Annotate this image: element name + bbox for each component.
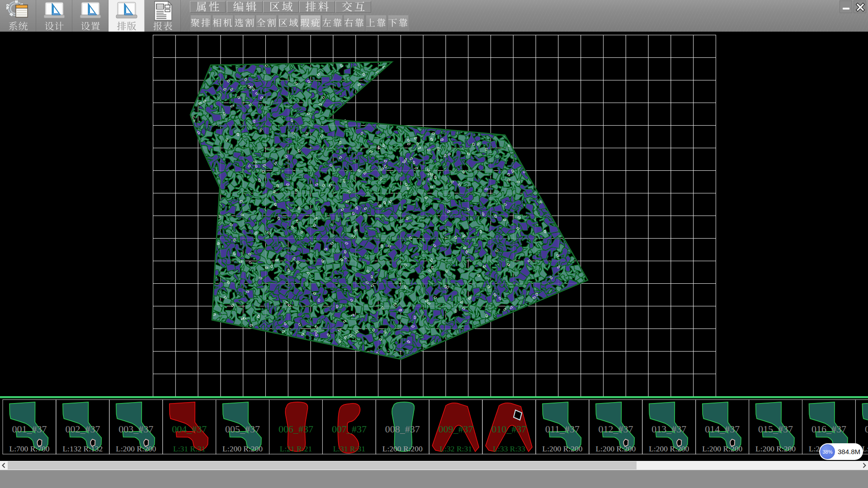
svg-text:L:200 R:200: L:200 R:200 <box>755 444 796 453</box>
svg-text:017_#37: 017_#37 <box>865 423 868 435</box>
svg-text:001_#37: 001_#37 <box>12 423 47 435</box>
svg-text:L:200 R:200: L:200 R:200 <box>702 444 742 453</box>
svg-text:L:21 R:21: L:21 R:21 <box>280 444 312 453</box>
svg-text:004_#37: 004_#37 <box>172 423 207 435</box>
svg-text:002_#37: 002_#37 <box>65 423 100 435</box>
svg-text:L:31 R:31: L:31 R:31 <box>333 444 365 453</box>
svg-text:L:32 R:31: L:32 R:31 <box>439 444 472 453</box>
svg-text:007_#37: 007_#37 <box>332 423 367 435</box>
svg-text:L:200 R:200: L:200 R:200 <box>382 444 423 453</box>
svg-text:010_#37: 010_#37 <box>492 423 527 435</box>
svg-text:009_#37: 009_#37 <box>439 423 473 435</box>
svg-text:L:200 R:200: L:200 R:200 <box>649 444 689 453</box>
svg-text:014_#37: 014_#37 <box>705 423 740 435</box>
svg-text:L:33 R:33: L:33 R:33 <box>493 444 525 453</box>
svg-text:012_#37: 012_#37 <box>598 423 633 435</box>
svg-text:L:200 R:200: L:200 R:200 <box>222 444 263 453</box>
svg-text:L:31 R:31: L:31 R:31 <box>173 444 205 453</box>
svg-text:L:200 R:200: L:200 R:200 <box>542 444 583 453</box>
svg-text:003_#37: 003_#37 <box>118 423 153 435</box>
svg-text:L:132 R:132: L:132 R:132 <box>62 444 103 453</box>
svg-text:005_#37: 005_#37 <box>225 423 260 435</box>
svg-text:016_#37: 016_#37 <box>811 423 846 435</box>
svg-text:L:200 R:200: L:200 R:200 <box>595 444 636 453</box>
svg-text:L:200 R:200: L:200 R:200 <box>116 444 156 453</box>
svg-text:011_#37: 011_#37 <box>545 423 580 435</box>
svg-text:006_#37: 006_#37 <box>278 423 313 435</box>
svg-text:L:700 R:700: L:700 R:700 <box>9 444 50 453</box>
svg-text:015_#37: 015_#37 <box>758 423 793 435</box>
svg-text:013_#37: 013_#37 <box>651 423 686 435</box>
svg-text:008_#37: 008_#37 <box>385 423 420 435</box>
